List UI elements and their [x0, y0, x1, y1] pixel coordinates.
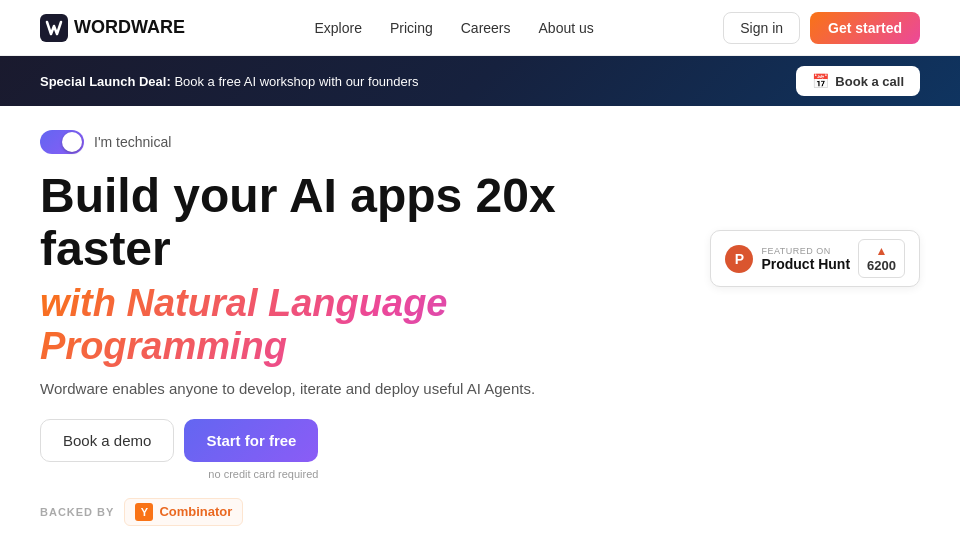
ph-count: 6200: [867, 258, 896, 273]
signin-button[interactable]: Sign in: [723, 12, 800, 44]
nav-explore[interactable]: Explore: [314, 20, 361, 36]
logo-text: WORDWARE: [74, 17, 185, 38]
yc-badge: Y Combinator: [124, 498, 243, 526]
banner-label: Special Launch Deal:: [40, 74, 171, 89]
no-card-text: no credit card required: [208, 468, 318, 480]
ph-name: Product Hunt: [761, 256, 850, 272]
logo-icon: [40, 14, 68, 42]
technical-toggle[interactable]: [40, 130, 84, 154]
product-hunt-badge[interactable]: P FEATURED ON Product Hunt ▲ 6200: [710, 230, 920, 287]
ph-logo: P: [725, 245, 753, 273]
calendar-icon: 📅: [812, 73, 829, 89]
nav-pricing[interactable]: Pricing: [390, 20, 433, 36]
hero-section: Build your AI apps 20x faster with Natur…: [40, 170, 690, 526]
backed-label: BACKED BY: [40, 506, 114, 518]
hero-subtitle: with Natural Language Programming: [40, 282, 690, 368]
demo-button[interactable]: Book a demo: [40, 419, 174, 462]
backed-by: BACKED BY Y Combinator: [40, 498, 690, 526]
ph-upvote[interactable]: ▲ 6200: [858, 239, 905, 278]
nav-careers[interactable]: Careers: [461, 20, 511, 36]
promo-banner: Special Launch Deal: Book a free AI work…: [0, 56, 960, 106]
hero-title: Build your AI apps 20x faster: [40, 170, 690, 276]
banner-text: Special Launch Deal: Book a free AI work…: [40, 74, 419, 89]
nav-actions: Sign in Get started: [723, 12, 920, 44]
banner-desc: Book a free AI workshop with our founder…: [171, 74, 419, 89]
nav-links: Explore Pricing Careers About us: [314, 20, 593, 36]
navbar: WORDWARE Explore Pricing Careers About u…: [0, 0, 960, 56]
toggle-label: I'm technical: [94, 134, 171, 150]
cta-buttons: Book a demo Start for free no credit car…: [40, 419, 690, 480]
ph-arrow-icon: ▲: [876, 244, 888, 258]
logo[interactable]: WORDWARE: [40, 14, 185, 42]
book-call-button[interactable]: 📅 Book a call: [796, 66, 920, 96]
book-call-label: Book a call: [835, 74, 904, 89]
yc-logo: Y: [135, 503, 153, 521]
hero-description: Wordware enables anyone to develop, iter…: [40, 380, 690, 397]
toggle-knob: [62, 132, 82, 152]
toggle-row: I'm technical: [40, 130, 920, 154]
ph-featured: FEATURED ON: [761, 246, 850, 256]
getstarted-button[interactable]: Get started: [810, 12, 920, 44]
main-content: I'm technical Build your AI apps 20x fas…: [0, 106, 960, 540]
cta-container: Book a demo Start for free no credit car…: [40, 419, 318, 480]
ph-info: FEATURED ON Product Hunt: [761, 246, 850, 272]
yc-text: Combinator: [159, 504, 232, 519]
nav-about[interactable]: About us: [539, 20, 594, 36]
free-button[interactable]: Start for free: [184, 419, 318, 462]
